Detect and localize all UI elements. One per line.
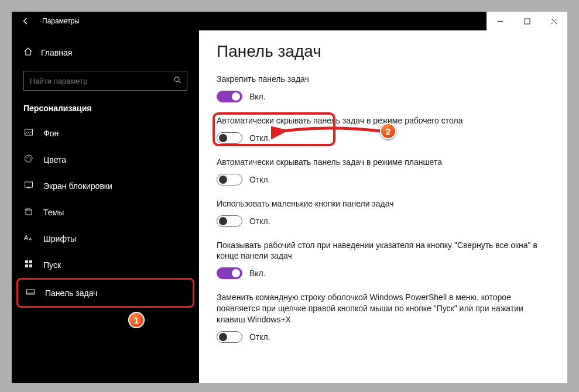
sidebar-item-lockscreen[interactable]: Экран блокировки	[12, 173, 199, 199]
sidebar-item-label: Шрифты	[43, 234, 76, 243]
setting-label: Показывать рабочий стол при наведении ук…	[217, 240, 544, 262]
search-input[interactable]	[23, 71, 187, 91]
taskbar-icon	[25, 287, 36, 298]
toggle-state-label: Вкл.	[249, 92, 266, 101]
setting-autohide-tablet: Автоматически скрывать панель задач в ре…	[217, 157, 550, 185]
back-button[interactable]	[20, 15, 32, 27]
toggle-lock-taskbar[interactable]	[217, 91, 242, 102]
setting-label: Закрепить панель задач	[217, 74, 544, 85]
toggle-autohide-tablet[interactable]	[217, 174, 242, 185]
sidebar-home[interactable]: Главная	[12, 41, 199, 64]
toggle-state-label: Откл.	[249, 332, 270, 342]
toggle-autohide-desktop[interactable]	[217, 132, 242, 144]
toggle-small-buttons[interactable]	[217, 215, 242, 227]
setting-autohide-desktop: Автоматически скрывать панель задач в ре…	[217, 115, 550, 144]
window-title: Параметры	[42, 17, 80, 25]
sidebar-item-label: Пуск	[43, 260, 61, 270]
svg-point-6	[28, 156, 29, 157]
sidebar-item-background[interactable]: Фон	[12, 120, 199, 146]
setting-label: Заменить командную строку оболочкой Wind…	[217, 292, 544, 325]
svg-line-3	[179, 81, 180, 83]
home-icon	[23, 47, 33, 58]
sidebar-item-label: Цвета	[43, 155, 66, 164]
svg-rect-9	[27, 187, 30, 188]
image-icon	[23, 128, 34, 139]
sidebar-home-label: Главная	[41, 48, 72, 57]
svg-rect-8	[25, 182, 33, 187]
start-icon	[23, 259, 34, 270]
sidebar-item-label: Панель задач	[45, 288, 97, 298]
sidebar-item-fonts[interactable]: AA Шрифты	[12, 225, 199, 252]
toggle-state-label: Откл.	[249, 175, 270, 184]
sidebar-section-label: Персонализация	[12, 97, 199, 116]
lockscreen-icon	[23, 180, 34, 191]
svg-rect-14	[25, 264, 28, 267]
setting-label: Автоматически скрывать панель задач в ре…	[217, 115, 544, 126]
sidebar-item-themes[interactable]: Темы	[12, 199, 199, 225]
setting-peek-desktop: Показывать рабочий стол при наведении ук…	[217, 240, 550, 280]
setting-label: Автоматически скрывать панель задач в ре…	[217, 157, 544, 168]
theme-icon	[23, 207, 34, 218]
sidebar: Главная Персонализация Фон Цвета	[12, 30, 199, 383]
sidebar-nav: Фон Цвета Экран блокировки Темы AA Шрифт…	[12, 120, 199, 308]
close-button[interactable]	[540, 12, 567, 30]
sidebar-item-taskbar[interactable]: Панель задач	[16, 278, 194, 308]
sidebar-item-label: Фон	[43, 129, 59, 138]
setting-small-buttons: Использовать маленькие кнопки панели зад…	[217, 198, 550, 227]
svg-rect-15	[29, 264, 32, 267]
svg-rect-16	[27, 290, 35, 294]
svg-point-2	[174, 77, 179, 82]
toggle-powershell-replace[interactable]	[217, 331, 242, 343]
setting-label: Использовать маленькие кнопки панели зад…	[217, 198, 544, 209]
setting-powershell-replace: Заменить командную строку оболочкой Wind…	[217, 292, 550, 343]
maximize-button[interactable]	[513, 12, 540, 30]
palette-icon	[23, 154, 34, 165]
settings-window: Параметры Главная	[12, 12, 567, 383]
toggle-peek-desktop[interactable]	[217, 267, 242, 279]
sidebar-item-label: Экран блокировки	[43, 181, 112, 191]
titlebar: Параметры	[12, 12, 567, 30]
svg-rect-12	[25, 260, 28, 263]
page-title: Панель задач	[217, 42, 550, 61]
minimize-button[interactable]	[487, 12, 513, 30]
svg-point-7	[30, 157, 31, 159]
setting-lock-taskbar: Закрепить панель задач Вкл.	[217, 74, 550, 102]
font-icon: AA	[23, 233, 34, 244]
svg-rect-13	[29, 260, 32, 263]
search-icon	[173, 76, 181, 86]
svg-text:A: A	[29, 236, 32, 242]
svg-rect-1	[525, 19, 530, 24]
svg-point-5	[26, 157, 28, 159]
sidebar-item-colors[interactable]: Цвета	[12, 146, 199, 173]
toggle-state-label: Вкл.	[249, 269, 266, 278]
toggle-state-label: Откл.	[249, 216, 270, 226]
toggle-state-label: Откл.	[249, 133, 270, 143]
svg-text:A: A	[24, 234, 29, 241]
sidebar-item-label: Темы	[43, 208, 64, 217]
main-content: Панель задач Закрепить панель задач Вкл.…	[199, 30, 567, 383]
sidebar-item-start[interactable]: Пуск	[12, 252, 199, 278]
